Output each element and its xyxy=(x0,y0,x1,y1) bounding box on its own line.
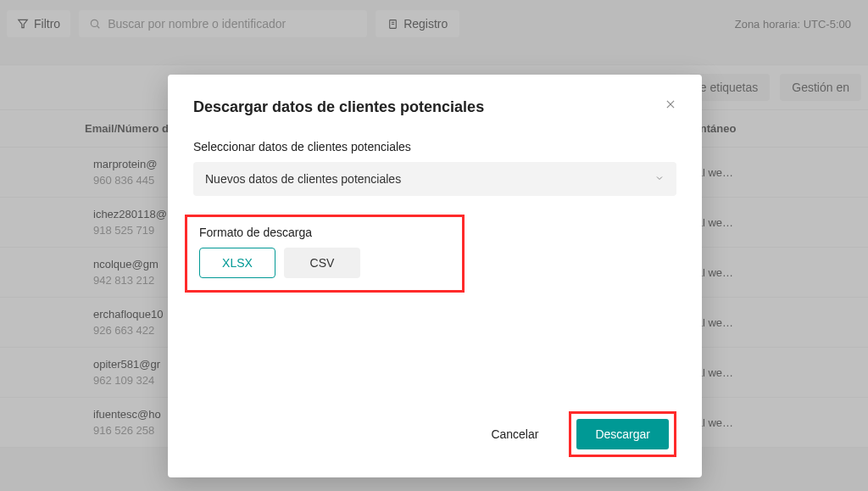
select-value: Nuevos datos de clientes potenciales xyxy=(205,172,401,186)
select-label: Seleccionar datos de clientes potenciale… xyxy=(193,140,676,153)
chevron-down-icon xyxy=(654,173,665,186)
format-label: Formato de descarga xyxy=(199,226,450,239)
data-select[interactable]: Nuevos datos de clientes potenciales xyxy=(193,162,676,196)
download-button-highlight: Descargar xyxy=(569,411,676,457)
format-toggle: XLSX CSV xyxy=(199,248,450,278)
modal-title: Descargar datos de clientes potenciales xyxy=(193,98,484,116)
format-section-highlight: Formato de descarga XLSX CSV xyxy=(185,215,465,293)
download-modal: Descargar datos de clientes potenciales … xyxy=(168,75,702,477)
format-csv-button[interactable]: CSV xyxy=(284,248,360,278)
format-xlsx-button[interactable]: XLSX xyxy=(199,248,275,278)
cancel-button[interactable]: Cancelar xyxy=(474,419,555,449)
download-button[interactable]: Descargar xyxy=(576,419,669,449)
close-icon[interactable] xyxy=(665,98,676,114)
